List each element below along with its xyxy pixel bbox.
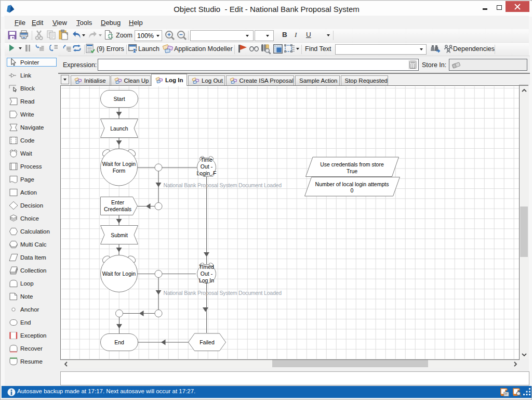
svg-text:Number of local login attempts: Number of local login attempts <box>315 180 389 187</box>
svg-text:Login_F: Login_F <box>196 170 216 176</box>
svg-text:Wait for Login: Wait for Login <box>102 160 136 166</box>
svg-text:Enter: Enter <box>111 199 124 205</box>
svg-text:Use credentials from store: Use credentials from store <box>320 161 384 167</box>
svg-text:Wait for Login: Wait for Login <box>102 270 136 276</box>
svg-text:True: True <box>346 167 357 174</box>
svg-text:Credentials: Credentials <box>103 205 131 212</box>
svg-text:Failed: Failed <box>200 339 215 345</box>
svg-text:0: 0 <box>350 187 353 193</box>
svg-text:End: End <box>114 339 124 345</box>
svg-text:National Bank Proposal System: National Bank Proposal System Document L… <box>163 289 282 295</box>
svg-text:Form: Form <box>112 167 125 173</box>
svg-text:National Bank Proposal System: National Bank Proposal System Document L… <box>163 182 282 188</box>
svg-text:Submit: Submit <box>111 231 128 238</box>
svg-text:Start: Start <box>113 95 125 101</box>
svg-text:Launch: Launch <box>110 125 128 131</box>
svg-text:Time: Time <box>201 156 212 162</box>
svg-text:Out -: Out - <box>200 270 212 276</box>
svg-text:Timed: Timed <box>199 263 214 269</box>
svg-text:Log In: Log In <box>198 277 214 283</box>
svg-text:Out -: Out - <box>200 163 212 169</box>
